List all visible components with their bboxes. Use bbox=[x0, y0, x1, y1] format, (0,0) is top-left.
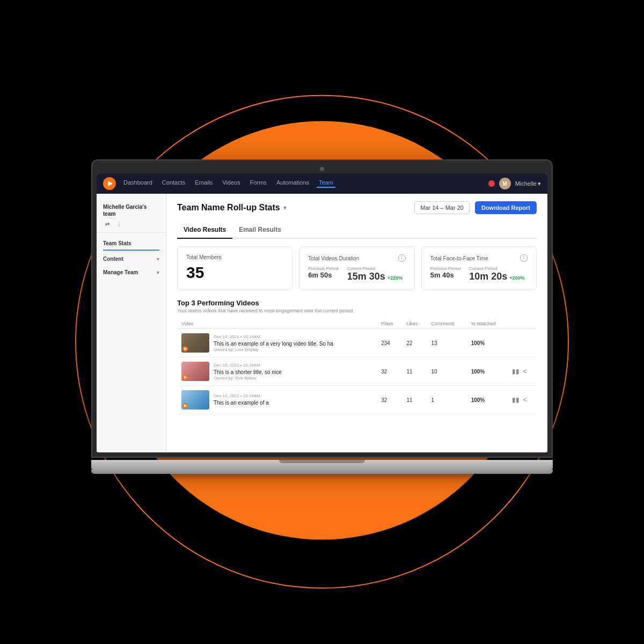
page-header: Team Name Roll-up Stats ▾ Mar 14 – Mar 2… bbox=[177, 201, 537, 214]
sidebar-content[interactable]: Content ▾ bbox=[97, 253, 166, 264]
sidebar-arrows-icon[interactable]: ⇄ bbox=[103, 219, 112, 228]
video-cell: Dec 10, 2021 • 10:18AM This is an exampl… bbox=[177, 329, 377, 357]
user-avatar[interactable]: M bbox=[499, 178, 511, 189]
col-video: Video bbox=[177, 319, 377, 329]
video-likes: 22 bbox=[402, 329, 427, 357]
stats-icon[interactable]: ▮▮ bbox=[512, 368, 519, 375]
col-watched: % Watched bbox=[467, 319, 508, 329]
laptop-screen-wrapper: Dashboard Contacts Emails Videos Forms A… bbox=[91, 159, 553, 458]
app: Dashboard Contacts Emails Videos Forms A… bbox=[97, 173, 547, 452]
nav-contacts[interactable]: Contacts bbox=[160, 179, 187, 188]
col-comments: Comments bbox=[427, 319, 467, 329]
row-actions: ▮▮ < bbox=[512, 396, 532, 404]
play-icon bbox=[108, 181, 113, 186]
col-actions bbox=[508, 319, 537, 329]
videos-table: Video Plays Likes Comments % Watched bbox=[177, 319, 537, 414]
video-thumbnail[interactable] bbox=[181, 333, 209, 353]
user-name-label[interactable]: Michelle ▾ bbox=[515, 180, 541, 187]
tab-video-results[interactable]: Video Results bbox=[177, 222, 232, 239]
content-chevron-icon: ▾ bbox=[157, 257, 159, 262]
laptop-camera bbox=[320, 167, 324, 171]
video-cell: Dec 10, 2021 • 10:18AM This is a shorter… bbox=[177, 357, 377, 386]
video-cell-content: Dec 10, 2021 • 10:18AM This is an exampl… bbox=[181, 390, 372, 409]
sidebar-menu-icon[interactable]: ⋮ bbox=[115, 219, 123, 228]
col-likes: Likes bbox=[402, 319, 427, 329]
video-actions-cell: ▮▮ < bbox=[508, 386, 537, 414]
video-owner: Owned by: Lisa Shipley bbox=[214, 347, 333, 352]
video-thumbnail[interactable] bbox=[181, 390, 209, 409]
stat-periods-videos-duration: Previous Period 6m 50s Current Period 15… bbox=[308, 266, 405, 282]
info-icon-videos-duration[interactable]: i bbox=[398, 254, 406, 262]
laptop: Dashboard Contacts Emails Videos Forms A… bbox=[91, 159, 553, 474]
table-row: Dec 10, 2021 • 10:18AM This is an exampl… bbox=[177, 386, 537, 414]
page-title-chevron-icon[interactable]: ▾ bbox=[283, 204, 287, 211]
page-title-row: Team Name Roll-up Stats ▾ bbox=[177, 203, 287, 213]
stat-card-face-time: Total Face-to-Face Time i Previous Perio… bbox=[421, 246, 537, 290]
sidebar-team-stats[interactable]: Team Stats bbox=[97, 237, 166, 251]
scene: Dashboard Contacts Emails Videos Forms A… bbox=[27, 27, 617, 617]
camera-bar bbox=[97, 165, 547, 173]
sidebar-team-stats-label[interactable]: Team Stats bbox=[103, 237, 159, 251]
video-watched-pct: 100% bbox=[467, 386, 508, 414]
video-comments: 10 bbox=[427, 357, 467, 386]
nav-videos[interactable]: Videos bbox=[220, 179, 242, 188]
video-title[interactable]: This is an example of a very long video … bbox=[214, 340, 333, 347]
nav-team[interactable]: Team bbox=[317, 179, 335, 188]
sidebar-manage-team[interactable]: Manage Team ▾ bbox=[97, 266, 166, 277]
table-header-row: Video Plays Likes Comments % Watched bbox=[177, 319, 537, 329]
tab-email-results[interactable]: Email Results bbox=[232, 222, 288, 239]
video-plays: 32 bbox=[377, 386, 402, 414]
video-watched-pct: 100% bbox=[467, 329, 508, 357]
top-videos-title: Top 3 Performing Videos bbox=[177, 299, 537, 307]
video-cell-content: Dec 10, 2021 • 10:18AM This is an exampl… bbox=[181, 333, 372, 353]
share-icon[interactable]: < bbox=[523, 396, 526, 404]
video-actions-cell bbox=[508, 329, 537, 357]
stats-row: Total Members 35 Total Videos Duration i bbox=[177, 246, 537, 290]
video-plays: 234 bbox=[377, 329, 402, 357]
video-play-badge bbox=[182, 346, 188, 352]
share-icon[interactable]: < bbox=[523, 368, 526, 375]
nav-dashboard[interactable]: Dashboard bbox=[121, 179, 155, 188]
nav-forms[interactable]: Forms bbox=[248, 179, 269, 188]
sidebar-user-icons: ⇄ ⋮ bbox=[103, 219, 159, 228]
main-content: Team Name Roll-up Stats ▾ Mar 14 – Mar 2… bbox=[166, 194, 547, 452]
video-cell-content: Dec 10, 2021 • 10:18AM This is a shorter… bbox=[181, 362, 372, 381]
video-thumbnail[interactable] bbox=[181, 362, 209, 381]
nav-links: Dashboard Contacts Emails Videos Forms A… bbox=[121, 179, 488, 188]
page-title: Team Name Roll-up Stats bbox=[177, 203, 280, 213]
table-row: Dec 10, 2021 • 10:18AM This is a shorter… bbox=[177, 357, 537, 386]
top-videos-section: Top 3 Performing Videos Your teams video… bbox=[177, 299, 537, 414]
video-likes: 11 bbox=[402, 357, 427, 386]
logo[interactable] bbox=[103, 177, 116, 190]
thumb-image bbox=[181, 362, 209, 381]
nav-emails[interactable]: Emails bbox=[193, 179, 215, 188]
table-row: Dec 10, 2021 • 10:18AM This is an exampl… bbox=[177, 329, 537, 357]
thumb-image bbox=[181, 390, 209, 409]
video-watched-pct: 100% bbox=[467, 357, 508, 386]
record-indicator[interactable] bbox=[488, 180, 495, 187]
play-icon bbox=[184, 404, 187, 407]
sidebar-user-name: Michelle Garcia's team bbox=[103, 203, 159, 217]
thumb-image bbox=[181, 333, 209, 353]
video-likes: 11 bbox=[402, 386, 427, 414]
stat-title-videos-duration: Total Videos Duration i bbox=[308, 254, 405, 262]
stat-title-face-time: Total Face-to-Face Time i bbox=[430, 254, 528, 262]
date-range-picker[interactable]: Mar 14 – Mar 20 bbox=[414, 201, 470, 214]
video-info: Dec 10, 2021 • 10:18AM This is an exampl… bbox=[214, 334, 333, 352]
laptop-foot bbox=[91, 470, 553, 474]
download-report-button[interactable]: Download Report bbox=[475, 201, 537, 214]
video-play-badge bbox=[182, 375, 188, 380]
sidebar-content-label[interactable]: Content ▾ bbox=[103, 253, 159, 264]
video-title[interactable]: This is an example of a bbox=[214, 399, 269, 406]
stat-prev-period-videos: Previous Period 6m 50s bbox=[308, 266, 338, 282]
info-icon-face-time[interactable]: i bbox=[520, 254, 528, 262]
stat-curr-period-videos: Current Period 15m 30s +220% bbox=[347, 266, 402, 282]
header-right: Mar 14 – Mar 20 Download Report bbox=[414, 201, 537, 214]
stat-curr-period-face: Current Period 10m 20s +200% bbox=[469, 266, 524, 282]
laptop-screen: Dashboard Contacts Emails Videos Forms A… bbox=[97, 173, 547, 452]
sidebar-manage-team-label[interactable]: Manage Team ▾ bbox=[103, 266, 159, 277]
stat-card-videos-duration: Total Videos Duration i Previous Period … bbox=[299, 246, 414, 290]
nav-automations[interactable]: Automations bbox=[274, 179, 311, 188]
video-title[interactable]: This is a shorter title, so nice bbox=[214, 369, 282, 376]
stats-icon[interactable]: ▮▮ bbox=[512, 396, 519, 404]
